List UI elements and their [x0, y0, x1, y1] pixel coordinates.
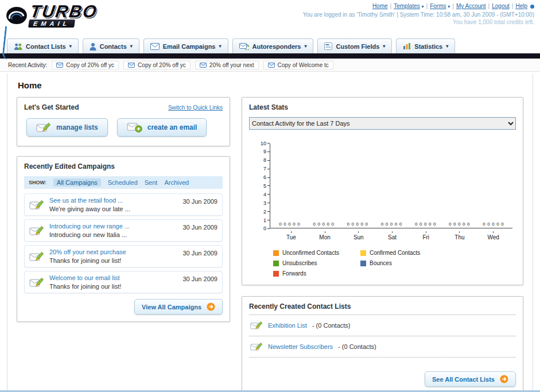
chart-bar-group: 00000	[442, 143, 476, 228]
envelope-icon	[268, 63, 275, 68]
arrow-right-icon	[207, 302, 215, 311]
switch-to-quick-links[interactable]: Switch to Quick Links	[168, 104, 223, 111]
contact-list-item[interactable]: Exhibition List - (0 Contacts)	[249, 315, 516, 336]
edit-list-icon	[36, 122, 51, 133]
filter-archived[interactable]: Archived	[164, 179, 189, 186]
nav-tab-contacts[interactable]: Contacts ▾	[83, 38, 139, 53]
top-link-templates[interactable]: Templates	[394, 3, 420, 9]
nav-tab-label: Autoresponders	[252, 43, 301, 50]
contact-lists-icon	[14, 42, 22, 51]
chart-bar-group: 00000	[409, 143, 442, 228]
recent-activity-item[interactable]: Copy of 20% off yc	[123, 61, 191, 69]
chart-x-tick-label: Thu	[443, 231, 477, 240]
separator: |	[488, 3, 490, 9]
chart-bar-group: 00000	[476, 143, 510, 228]
edit-campaign-icon	[29, 223, 44, 238]
filter-sent[interactable]: Sent	[145, 179, 158, 186]
recent-activity-item[interactable]: Copy of 20% off yc	[52, 61, 119, 69]
nav-tab-label: Contacts	[100, 43, 127, 50]
recent-activity-label: Recent Activity:	[8, 62, 47, 68]
nav-tab-email-campaigns[interactable]: Email Campaigns ▾	[143, 38, 228, 53]
recent-activity-item[interactable]: 20% off your next	[195, 61, 259, 69]
custom-fields-icon	[324, 42, 332, 50]
arrow-right-icon	[500, 375, 508, 383]
separator: |	[452, 3, 454, 9]
campaign-title-link[interactable]: Introducing our new range ...	[49, 223, 177, 230]
campaign-title-link[interactable]: See us at the retail food ...	[49, 197, 177, 204]
campaign-title-link[interactable]: Welcome to our email list	[49, 274, 177, 281]
contact-list-link[interactable]: Newsletter Subscribers	[268, 343, 333, 350]
legend-item: Confirmed Contacts	[360, 250, 448, 256]
see-all-contact-lists-label: See All Contact Lists	[432, 376, 495, 383]
envelope-icon	[56, 63, 63, 68]
legend-swatch-icon	[360, 250, 366, 256]
logo-text: TURBO EMAIL	[28, 3, 99, 28]
chevron-down-icon: ▾	[448, 4, 450, 9]
nav-tab-custom-fields[interactable]: Custom Fields ▾	[317, 38, 392, 53]
right-column: Latest Stats Contact Activity for the La…	[242, 97, 523, 392]
chart-bar-group: 00000	[273, 143, 306, 228]
top-link-forms[interactable]: Forms	[430, 3, 446, 9]
nav-tab-autoresponders[interactable]: Autoresponders ▾	[232, 38, 314, 53]
top-link-home[interactable]: Home	[372, 3, 388, 9]
recent-activity-text: Copy of Welcome tc	[278, 62, 329, 68]
chevron-down-icon: ▾	[304, 44, 306, 49]
filter-scheduled[interactable]: Scheduled	[108, 179, 138, 186]
manage-lists-button[interactable]: manage lists	[26, 118, 108, 137]
chart-x-tick-label: Tue	[274, 231, 308, 240]
campaign-subtitle: Thanks for joining our list!	[49, 257, 177, 264]
get-started-panel: Let's Get Started Switch to Quick Links	[17, 97, 230, 146]
campaign-date: 30 Jun 2009	[182, 250, 217, 264]
edit-campaign-icon	[29, 197, 44, 212]
campaigns-filter-bar: SHOW: All Campaigns Scheduled Sent Archi…	[24, 176, 223, 189]
latest-stats-panel: Latest Stats Contact Activity for the La…	[242, 97, 523, 285]
nav-tab-contact-lists[interactable]: Contact Lists ▾	[7, 38, 79, 53]
recent-activity-text: Copy of 20% off yc	[66, 62, 114, 68]
campaign-list-item[interactable]: Introducing our new range ... Introducin…	[24, 219, 223, 242]
app-window: TURBO EMAIL Home|Templates ▾|Forms ▾|My …	[0, 0, 540, 392]
logo-swirl-icon	[6, 6, 28, 25]
campaign-list-item[interactable]: See us at the retail food ... We're givi…	[24, 193, 223, 216]
view-all-campaigns-button[interactable]: View All Campaigns	[134, 299, 223, 315]
edit-campaign-icon	[29, 274, 44, 290]
contact-list-link[interactable]: Exhibition List	[268, 322, 307, 329]
edit-campaign-icon	[29, 249, 44, 264]
chart-x-tick-label: Sat	[375, 231, 409, 240]
campaign-date: 30 Jun 2009	[182, 198, 217, 212]
chart-x-tick-label: Sun	[341, 231, 375, 240]
campaign-subtitle: Thanks for joining our list!	[49, 283, 177, 290]
contact-list-item[interactable]: Newsletter Subscribers - (0 Contacts)	[249, 336, 516, 358]
campaign-list-item[interactable]: 20% off your next purchase Thanks for jo…	[24, 245, 223, 267]
legend-item: Bounces	[360, 260, 448, 266]
campaigns-panel: Recently Edited Campaigns SHOW: All Camp…	[17, 156, 230, 322]
credits-info: You have 1,000 total credits left.	[303, 19, 534, 25]
logo-sub-text: EMAIL	[28, 20, 75, 28]
legend-item: Unsubscribes	[273, 260, 360, 266]
login-info: You are logged in as 'Timothy Smith' | S…	[303, 11, 534, 18]
recent-activity-item[interactable]: Copy of Welcome tc	[263, 61, 333, 69]
top-link-help[interactable]: Help	[515, 3, 527, 9]
campaign-list-item[interactable]: Welcome to our email list Thanks for joi…	[24, 271, 223, 293]
nav-tab-label: Contact Lists	[26, 43, 66, 50]
stats-period-select[interactable]: Contact Activity for the Last 7 Days	[249, 117, 516, 130]
top-link-my-account[interactable]: My Account	[456, 3, 486, 9]
show-label: SHOW:	[29, 180, 46, 185]
chart-bar-group: 00000	[340, 143, 374, 228]
separator: |	[426, 3, 428, 9]
top-links: Home|Templates ▾|Forms ▾|My Account|Logo…	[303, 3, 534, 9]
left-column: Let's Get Started Switch to Quick Links	[17, 97, 230, 322]
see-all-contact-lists-button[interactable]: See All Contact Lists	[425, 371, 516, 387]
campaign-date: 30 Jun 2009	[182, 275, 217, 290]
top-link-logout[interactable]: Logout	[492, 3, 510, 9]
help-bullet-icon	[530, 5, 534, 9]
contacts-icon	[90, 42, 96, 51]
legend-swatch-icon	[273, 261, 279, 266]
chart-y-axis: 109876543210	[257, 141, 270, 231]
statistics-icon	[403, 42, 411, 50]
get-started-title: Let's Get Started	[24, 103, 79, 111]
filter-all-campaigns[interactable]: All Campaigns	[53, 178, 101, 187]
main-content: Home Let's Get Started Switch to Quick L…	[7, 73, 533, 392]
campaign-title-link[interactable]: 20% off your next purchase	[49, 249, 177, 255]
nav-tab-statistics[interactable]: Statistics ▾	[396, 38, 455, 53]
create-email-button[interactable]: create an email	[117, 118, 207, 137]
